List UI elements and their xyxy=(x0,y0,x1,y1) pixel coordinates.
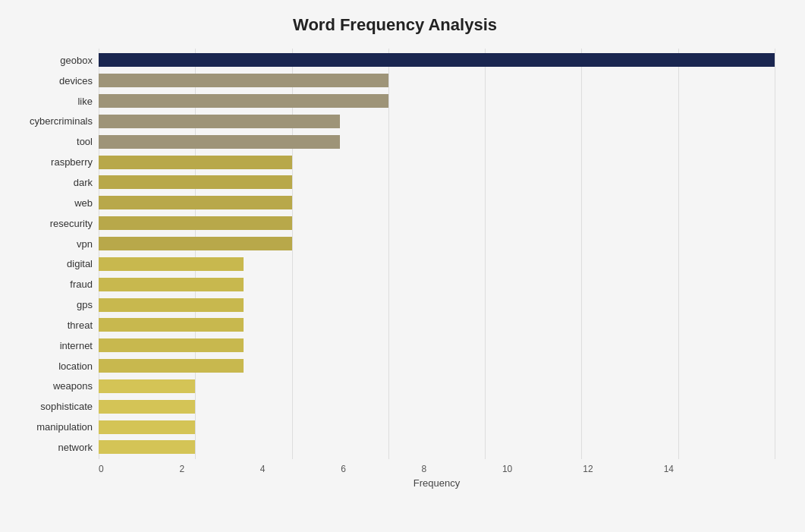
bars-wrapper xyxy=(99,49,775,459)
y-label: location xyxy=(58,361,93,371)
bar-row xyxy=(99,195,775,210)
bar xyxy=(99,196,292,209)
x-tick: 2 xyxy=(179,464,259,474)
bar-row xyxy=(99,114,775,129)
bar-row xyxy=(99,277,775,292)
y-label: sophisticate xyxy=(40,401,93,411)
bar xyxy=(99,298,244,312)
y-label: internet xyxy=(60,341,93,351)
y-label: threat xyxy=(68,320,93,330)
y-label: geobox xyxy=(60,55,93,65)
chart-container: Word Frequency Analysis geoboxdeviceslik… xyxy=(0,0,805,532)
bar-row xyxy=(99,175,775,190)
y-label: like xyxy=(77,96,93,106)
bar-row xyxy=(99,358,775,373)
x-axis: 02468101214 xyxy=(99,464,775,474)
bar xyxy=(99,278,244,291)
bar-row xyxy=(99,297,775,313)
bar-row xyxy=(99,317,775,332)
bar-row xyxy=(99,155,775,170)
bar-row xyxy=(99,93,775,109)
x-tick: 14 xyxy=(664,464,744,474)
bar xyxy=(99,257,244,271)
bar xyxy=(99,400,195,414)
y-label: resecurity xyxy=(50,219,93,228)
bar xyxy=(99,74,388,87)
y-label: dark xyxy=(74,178,93,187)
y-label: cybercriminals xyxy=(30,116,93,126)
bar xyxy=(99,420,195,434)
bar xyxy=(99,359,244,373)
x-axis-label: Frequency xyxy=(99,477,775,489)
x-tick: 8 xyxy=(422,464,502,474)
bars-and-grid xyxy=(99,49,775,459)
bar-row xyxy=(99,73,775,88)
y-label: fraud xyxy=(70,279,93,289)
y-label: tool xyxy=(77,137,93,146)
x-tick: 6 xyxy=(341,464,421,474)
bar-row xyxy=(99,439,775,455)
bar xyxy=(99,175,292,189)
bar xyxy=(99,53,775,67)
y-label: vpn xyxy=(77,239,93,249)
bar xyxy=(99,318,244,332)
bar-row xyxy=(99,134,775,150)
chart-title: Word Frequency Analysis xyxy=(15,15,775,35)
bar-row xyxy=(99,399,775,414)
bar xyxy=(99,440,195,454)
bar xyxy=(99,156,292,169)
bar xyxy=(99,237,292,250)
x-tick: 10 xyxy=(502,464,583,474)
y-label: devices xyxy=(59,76,93,86)
y-axis-labels: geoboxdeviceslikecybercriminalstoolraspb… xyxy=(15,49,99,459)
bar-row xyxy=(99,338,775,353)
bar xyxy=(99,115,340,128)
y-label: web xyxy=(74,198,93,208)
bar xyxy=(99,338,244,352)
bar xyxy=(99,135,340,149)
y-label: raspberry xyxy=(51,157,93,167)
y-label: manipulation xyxy=(36,422,93,432)
bar xyxy=(99,94,388,108)
bar-row xyxy=(99,216,775,231)
y-label: digital xyxy=(67,259,93,269)
bar-row xyxy=(99,52,775,68)
bar xyxy=(99,379,195,393)
bar-row xyxy=(99,420,775,435)
chart-area: geoboxdeviceslikecybercriminalstoolraspb… xyxy=(15,49,775,459)
bar-row xyxy=(99,236,775,251)
y-label: network xyxy=(58,442,93,452)
grid-line xyxy=(775,49,775,459)
bar-row xyxy=(99,379,775,394)
y-label: gps xyxy=(77,300,93,310)
x-tick: 0 xyxy=(99,464,179,474)
x-tick: 12 xyxy=(583,464,663,474)
bar xyxy=(99,216,292,230)
bar-row xyxy=(99,257,775,272)
y-label: weapons xyxy=(53,381,93,391)
x-tick: 4 xyxy=(260,464,341,474)
